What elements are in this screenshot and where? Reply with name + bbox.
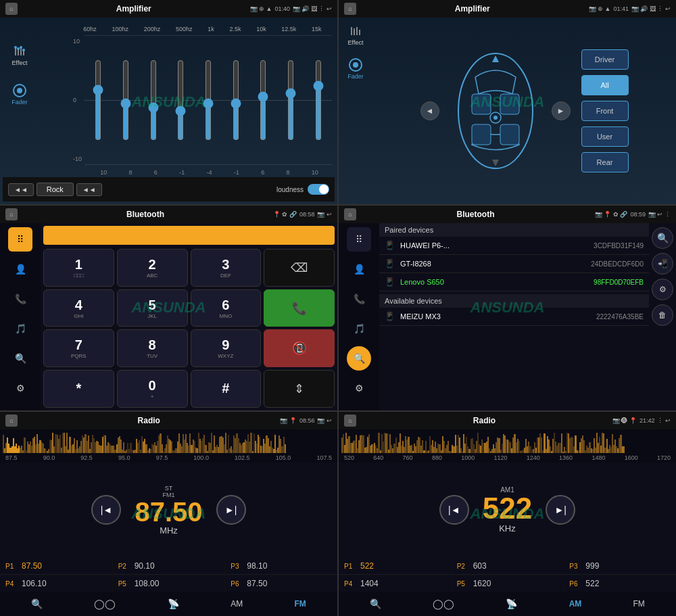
btd-recent-btn[interactable]: 📞: [347, 287, 371, 311]
bt-key-9[interactable]: 9 WXYZ: [191, 329, 262, 367]
bt-key-5[interactable]: 5 JKL: [117, 289, 188, 327]
eq-next-btn[interactable]: ◄◄: [76, 183, 102, 196]
btd-device-1-name: HUAWEI P6-...: [400, 241, 588, 250]
btd-search-device-btn[interactable]: 🔍: [652, 227, 673, 249]
bt-contacts-btn[interactable]: 👤: [8, 257, 32, 281]
btd-device-3[interactable]: 📱 Lenovo S650 98FFD0D70EFB: [379, 273, 649, 291]
radio-am-preset-p2[interactable]: P2 603: [452, 558, 564, 575]
radio-am-scan-icon[interactable]: ◯◯: [433, 598, 454, 609]
radio-fm-am-btn[interactable]: AM: [231, 599, 243, 609]
btd-delete-btn[interactable]: 🗑: [652, 304, 673, 326]
all-btn[interactable]: All: [581, 75, 629, 95]
bt-key-0[interactable]: 0 +: [117, 370, 188, 408]
btd-settings-btn[interactable]: ⚙: [347, 376, 371, 400]
bt-key-4[interactable]: 4 GHI: [43, 289, 114, 327]
bt-key-8[interactable]: 8 TUV: [117, 329, 188, 367]
btd-device-3-icon: 📱: [385, 277, 395, 287]
bt-numpad-btn[interactable]: ⠿: [8, 227, 32, 252]
radio-fm-preset-p1[interactable]: P1 87.50: [0, 558, 112, 575]
radio-am-fm-btn[interactable]: FM: [633, 599, 645, 609]
btd-device-1[interactable]: 📱 HUAWEI P6-... 3CDFBD31F149: [379, 237, 649, 255]
bt-recent-btn[interactable]: 📞: [8, 287, 32, 311]
radio-am-antenna-icon[interactable]: 📡: [506, 598, 517, 609]
radio-fm-antenna-icon[interactable]: 📡: [168, 598, 179, 609]
loudness-toggle[interactable]: [308, 184, 329, 195]
radio-am-panel: ⌂ Radio 📷 🅐 📍 21:42 ⋮ ↩ 520 640 760 880 …: [339, 412, 676, 616]
bt-settings-btn[interactable]: ⚙: [8, 376, 32, 400]
radio-fm-scan-icon[interactable]: ◯◯: [94, 598, 116, 609]
btd-device-4[interactable]: 📱 MEIZU MX3 2222476A35BE: [379, 308, 649, 326]
fader-fader-item[interactable]: Fader: [347, 57, 364, 80]
radio-am-preset-p4[interactable]: P4 1404: [339, 575, 451, 592]
radio-am-search-icon[interactable]: 🔍: [370, 598, 381, 609]
btd-music-btn[interactable]: 🎵: [347, 316, 371, 341]
radio-fm-fm-btn[interactable]: FM: [294, 599, 306, 609]
btd-paired-title: Paired devices: [379, 223, 649, 237]
radio-fm-search-icon[interactable]: 🔍: [31, 598, 43, 609]
btd-contacts-btn[interactable]: 👤: [347, 257, 371, 281]
fader-effect-label: Effect: [348, 39, 364, 46]
radio-am-preset-p5[interactable]: P5 1620: [452, 575, 564, 592]
radio-fm-preset-p2[interactable]: P2 90.10: [113, 558, 225, 575]
eq-slider-7[interactable]: [285, 60, 296, 141]
eq-slider-3[interactable]: [175, 60, 186, 141]
effect-item[interactable]: Effect: [11, 43, 28, 66]
bt-key-hangup[interactable]: 📵: [264, 329, 335, 367]
radio-fm-next-btn[interactable]: ►|: [216, 495, 246, 525]
btd-device-2[interactable]: 📱 GT-I8268 24DBEDCDF6D0: [379, 255, 649, 273]
right-arrow[interactable]: ►: [552, 101, 571, 120]
radio-am-am-btn[interactable]: AM: [569, 599, 582, 609]
eq-slider-0[interactable]: [93, 60, 103, 141]
radio-fm-panel: ⌂ Radio 📷 📍 08:56 📷 ↩ 87.5 90.0 92.5 95.…: [0, 412, 337, 616]
eq-slider-4[interactable]: [203, 60, 214, 141]
eq-slider-5[interactable]: [231, 60, 241, 141]
radio-am-next-btn[interactable]: ►|: [546, 495, 575, 525]
radio-fm-preset-p6[interactable]: P6 87.50: [225, 575, 337, 592]
radio-am-preset-p6[interactable]: P6 522: [564, 575, 676, 592]
fader-item[interactable]: Fader: [11, 82, 28, 105]
bt-music-btn[interactable]: 🎵: [8, 316, 32, 341]
front-btn[interactable]: Front: [581, 101, 629, 121]
radio-am-home-icon[interactable]: ⌂: [344, 414, 356, 427]
bt-dialer-home-icon[interactable]: ⌂: [5, 208, 18, 220]
btd-search-btn[interactable]: 🔍: [347, 346, 371, 371]
btd-home-icon[interactable]: ⌂: [344, 208, 356, 220]
bt-key-3[interactable]: 3 DEF: [191, 249, 262, 287]
home-icon[interactable]: ⌂: [5, 3, 18, 15]
btd-connect-btn[interactable]: 📲: [652, 253, 673, 275]
bt-dialer-panel: ⌂ Bluetooth 📍 ✿ 🔗 08:58 📷 ↩ ⠿ 👤 📞 🎵 🔍 ⚙: [0, 206, 337, 410]
bt-key-star[interactable]: *: [43, 370, 114, 408]
btd-numpad-btn[interactable]: ⠿: [347, 227, 371, 252]
radio-fm-preset-p3[interactable]: P3 98.10: [225, 558, 337, 575]
fader-effect-item[interactable]: Effect: [347, 23, 364, 46]
radio-fm-icons: 📷 📍: [280, 417, 297, 424]
radio-am-preset-p1[interactable]: P1 522: [339, 558, 451, 575]
driver-btn[interactable]: Driver: [581, 49, 629, 70]
left-arrow[interactable]: ◄: [420, 101, 439, 120]
user-btn[interactable]: User: [581, 126, 629, 147]
btd-settings2-btn[interactable]: ⚙: [652, 279, 673, 300]
bt-key-1[interactable]: 1 □□□: [43, 249, 114, 287]
bt-key-2[interactable]: 2 ABC: [117, 249, 188, 287]
eq-slider-2[interactable]: [148, 60, 159, 141]
radio-fm-preset-p5[interactable]: P5 108.00: [113, 575, 225, 592]
rear-btn[interactable]: Rear: [581, 152, 629, 172]
eq-slider-1[interactable]: [120, 60, 131, 141]
bt-key-hash[interactable]: #: [191, 370, 262, 408]
btd-device-2-addr: 24DBEDCDF6D0: [591, 260, 644, 268]
eq-slider-8[interactable]: [313, 60, 324, 141]
radio-fm-home-icon[interactable]: ⌂: [5, 414, 18, 427]
bt-key-switch[interactable]: ⇕: [264, 370, 335, 408]
bt-key-backspace[interactable]: ⌫: [264, 249, 335, 287]
radio-am-prev-btn[interactable]: |◄: [439, 495, 469, 525]
eq-slider-6[interactable]: [258, 60, 268, 141]
fader-home-icon[interactable]: ⌂: [344, 3, 356, 15]
radio-fm-preset-p4[interactable]: P4 106.10: [0, 575, 112, 592]
bt-key-6[interactable]: 6 MNO: [191, 289, 262, 327]
svg-point-5: [17, 47, 20, 50]
bt-search-btn[interactable]: 🔍: [8, 346, 32, 371]
bt-key-call[interactable]: 📞: [264, 289, 335, 327]
bt-key-7[interactable]: 7 PQRS: [43, 329, 114, 367]
radio-fm-prev-btn[interactable]: |◄: [91, 495, 121, 525]
radio-am-preset-p3[interactable]: P3 999: [564, 558, 676, 575]
